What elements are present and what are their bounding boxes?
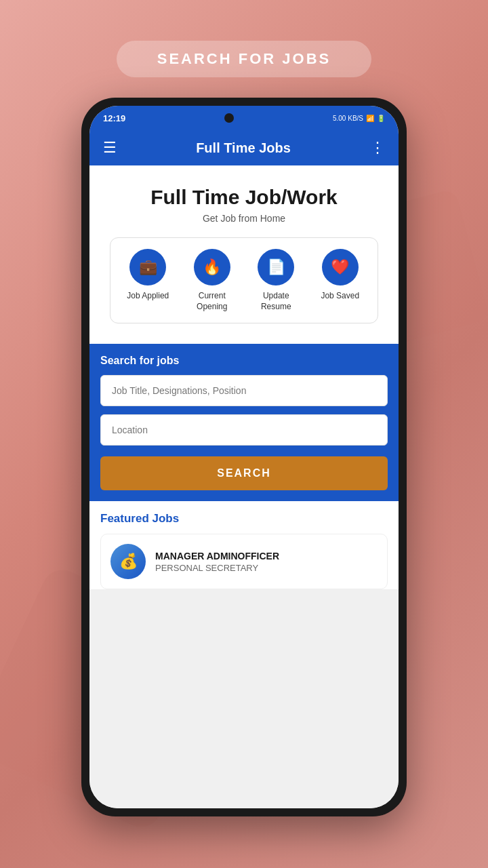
phone-frame: 12:19 5.00 KB/S 📶 🔋 ☰ Full Time Jobs ⋮ F… [81, 98, 407, 816]
hero-subtitle: Get Job from Home [103, 213, 385, 224]
hamburger-icon[interactable]: ☰ [103, 139, 117, 157]
featured-title: Featured Jobs [100, 512, 388, 526]
job-title-input[interactable] [100, 375, 388, 406]
search-header-text: SEARCH FOR JOBS [157, 50, 331, 67]
status-right-icons: 5.00 KB/S 📶 🔋 [333, 115, 385, 122]
search-section: Search for jobs SEARCH [89, 344, 399, 501]
content-area: Full Time Job/Work Get Job from Home 💼 J… [89, 165, 399, 808]
job-subtitle-text: PERSONAL SECRETARY [155, 563, 378, 573]
status-speed: 5.00 KB/S [333, 115, 363, 122]
job-info: MANAGER ADMINOFFICER PERSONAL SECRETARY [155, 551, 378, 573]
job-saved-label: Job Saved [321, 291, 359, 302]
location-input[interactable] [100, 414, 388, 446]
job-avatar-icon: 💰 [110, 544, 146, 579]
status-battery: 🔋 [377, 115, 385, 122]
update-resume-icon: 📄 [258, 249, 294, 285]
hero-section: Full Time Job/Work Get Job from Home 💼 J… [89, 165, 399, 344]
current-opening-label: Current Opening [188, 291, 236, 312]
job-saved-icon: ❤️ [322, 249, 359, 285]
status-network: 📶 [366, 115, 374, 122]
action-job-applied[interactable]: 💼 Job Applied [124, 249, 171, 302]
nav-title: Full Time Jobs [196, 140, 291, 156]
quick-actions-container: 💼 Job Applied 🔥 Current Opening 📄 Update… [110, 237, 378, 323]
job-card[interactable]: 💰 MANAGER ADMINOFFICER PERSONAL SECRETAR… [100, 534, 388, 589]
hero-title: Full Time Job/Work [103, 186, 385, 209]
action-job-saved[interactable]: ❤️ Job Saved [317, 249, 364, 302]
featured-section: Featured Jobs 💰 MANAGER ADMINOFFICER PER… [89, 501, 399, 589]
nav-more-icon[interactable]: ⋮ [370, 139, 385, 157]
job-applied-label: Job Applied [127, 291, 169, 302]
job-title-text: MANAGER ADMINOFFICER [155, 551, 378, 561]
action-current-opening[interactable]: 🔥 Current Opening [188, 249, 236, 312]
update-resume-label: Update Resume [252, 291, 300, 312]
search-button[interactable]: SEARCH [100, 456, 388, 490]
search-section-label: Search for jobs [100, 355, 388, 367]
status-bar: 12:19 5.00 KB/S 📶 🔋 [89, 106, 399, 130]
camera-notch [224, 113, 234, 123]
phone-inner: 12:19 5.00 KB/S 📶 🔋 ☰ Full Time Jobs ⋮ F… [89, 106, 399, 808]
status-time: 12:19 [103, 113, 125, 123]
action-update-resume[interactable]: 📄 Update Resume [252, 249, 300, 312]
nav-bar: ☰ Full Time Jobs ⋮ [89, 130, 399, 165]
current-opening-icon: 🔥 [194, 249, 230, 285]
job-applied-icon: 💼 [129, 249, 166, 285]
search-header-banner: SEARCH FOR JOBS [117, 41, 371, 77]
